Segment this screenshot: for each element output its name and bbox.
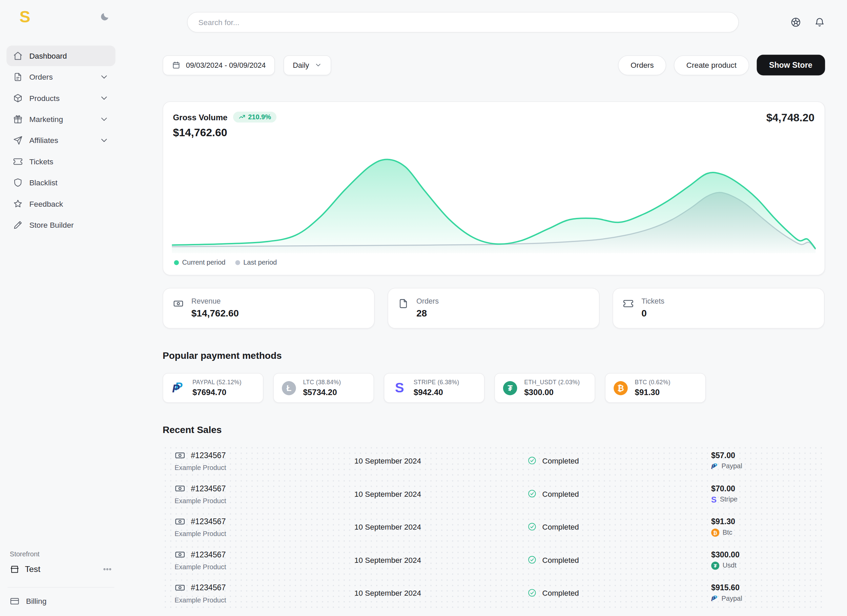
granularity-value: Daily (293, 61, 309, 69)
legend-dot-current (174, 260, 179, 265)
sidebar-item-label: Billing (26, 597, 47, 606)
globe-icon[interactable] (790, 16, 801, 27)
gross-volume-card: Gross Volume 210.9% $14,762.60 $4,748.20 (162, 102, 825, 276)
sidebar-item-orders[interactable]: Orders (6, 67, 115, 87)
payment-method-label: LTC (38.84%) (303, 379, 341, 386)
method-label: Usdt (723, 562, 736, 569)
order-product: Example Product (174, 563, 322, 570)
ticket-icon (623, 298, 634, 309)
litecoin-icon: Ł (282, 381, 296, 395)
order-status: Completed (454, 489, 652, 498)
chevron-down-icon (99, 115, 109, 124)
order-id: #1234567 (191, 583, 226, 592)
recent-sales-title: Recent Sales (162, 425, 825, 436)
orders-file-icon (13, 72, 23, 82)
more-options-icon[interactable] (102, 564, 112, 574)
stat-card-tickets: Tickets 0 (613, 288, 825, 329)
order-status: Completed (454, 456, 652, 465)
gross-volume-chart (172, 142, 816, 253)
show-store-button[interactable]: Show Store (757, 55, 825, 75)
payment-method-label: BTC (0.62%) (635, 379, 670, 386)
method-label: Stripe (720, 496, 738, 503)
order-method: S Stripe (711, 495, 825, 504)
sidebar-item-products[interactable]: Products (6, 88, 115, 108)
sidebar-item-dashboard[interactable]: Dashboard (6, 46, 115, 66)
payment-method-label: PAYPAL (52.12%) (192, 379, 242, 386)
home-icon (13, 51, 23, 61)
stripe-icon: S (711, 495, 717, 504)
chart-legend: Current period Last period (172, 253, 816, 270)
order-date: 10 September 2024 (322, 589, 454, 597)
sidebar-item-label: Orders (29, 72, 53, 81)
legend-label: Last period (243, 259, 277, 266)
legend-dot-last (235, 260, 240, 265)
recent-sales-table: #1234567 Example Product 10 September 20… (162, 445, 825, 610)
trend-value: 210.9% (248, 114, 271, 121)
payment-method-value: $7694.70 (192, 388, 242, 397)
create-product-button[interactable]: Create product (674, 55, 749, 75)
payment-method-card-stripe: S STRIPE (6.38%) $942.40 (384, 373, 485, 403)
orders-button[interactable]: Orders (618, 55, 666, 75)
cash-icon (174, 549, 185, 560)
sidebar-item-store-builder[interactable]: Store Builder (6, 215, 115, 235)
granularity-select[interactable]: Daily (283, 55, 331, 75)
storefront-icon (10, 564, 20, 574)
sidebar-item-feedback[interactable]: Feedback (6, 194, 115, 214)
order-product: Example Product (174, 464, 322, 471)
order-date: 10 September 2024 (322, 489, 454, 498)
sidebar-header: S (6, 0, 115, 25)
legend-current-period: Current period (174, 259, 226, 266)
paypal-icon: PP (711, 595, 718, 603)
storefront-label: Storefront (10, 550, 115, 558)
current-period-total: $14,762.60 (173, 126, 276, 139)
dark-mode-toggle-moon-icon[interactable] (99, 12, 110, 22)
date-range-picker[interactable]: 09/03/2024 - 09/09/2024 (162, 55, 275, 75)
order-id: #1234567 (191, 451, 226, 460)
sidebar-item-label: Products (29, 94, 60, 103)
main-content: 09/03/2024 - 09/09/2024 Daily Orders Cre… (122, 0, 847, 616)
sidebar-item-marketing[interactable]: Marketing (6, 109, 115, 130)
stat-card-revenue: Revenue $14,762.60 (162, 288, 375, 329)
status-label: Completed (542, 556, 579, 564)
gross-volume-title: Gross Volume (173, 112, 227, 122)
check-circle-icon (528, 522, 537, 531)
sidebar-footer: Storefront Test Billing (6, 550, 115, 608)
table-row[interactable]: #1234567 Example Product 10 September 20… (162, 545, 825, 575)
payment-method-value: $91.30 (635, 388, 670, 397)
sidebar: S Dashboard Orders Products Mar (0, 0, 122, 616)
sidebar-item-label: Affiliates (29, 136, 58, 145)
stripe-icon: S (395, 381, 404, 395)
order-product: Example Product (174, 596, 322, 604)
sidebar-item-tickets[interactable]: Tickets (6, 151, 115, 172)
sidebar-item-label: Feedback (29, 199, 63, 208)
storefront-selector[interactable]: Test (7, 563, 114, 575)
ticket-icon (13, 157, 23, 166)
order-amount: $70.00 (711, 484, 825, 493)
sidebar-item-label: Marketing (29, 115, 63, 124)
sidebar-item-label: Tickets (29, 157, 53, 166)
brand-logo[interactable]: S (20, 9, 31, 25)
check-circle-icon (528, 588, 537, 597)
table-row[interactable]: #1234567 Example Product 10 September 20… (162, 445, 825, 476)
order-id: #1234567 (191, 484, 226, 493)
chevron-down-icon (99, 136, 109, 145)
order-id: #1234567 (191, 550, 226, 559)
sidebar-item-blacklist[interactable]: Blacklist (6, 173, 115, 193)
search-input[interactable] (187, 12, 739, 32)
bell-icon[interactable] (814, 16, 825, 27)
check-circle-icon (528, 456, 537, 465)
sidebar-item-label: Blacklist (29, 178, 57, 187)
stat-card-orders: Orders 28 (388, 288, 600, 329)
payment-method-label: ETH_USDT (2.03%) (524, 379, 580, 386)
payment-method-card-eth-usdt: ₮ ETH_USDT (2.03%) $300.00 (494, 373, 595, 403)
sidebar-item-affiliates[interactable]: Affiliates (6, 130, 115, 151)
sidebar-item-billing[interactable]: Billing (7, 587, 114, 608)
table-row[interactable]: #1234567 Example Product 10 September 20… (162, 479, 825, 509)
order-amount: $91.30 (711, 517, 825, 526)
gift-icon (13, 115, 23, 124)
table-row[interactable]: #1234567 Example Product 10 September 20… (162, 578, 825, 608)
stat-value: $14,762.60 (192, 308, 239, 319)
order-date: 10 September 2024 (322, 523, 454, 531)
table-row[interactable]: #1234567 Example Product 10 September 20… (162, 511, 825, 542)
stat-value: 0 (641, 308, 664, 319)
